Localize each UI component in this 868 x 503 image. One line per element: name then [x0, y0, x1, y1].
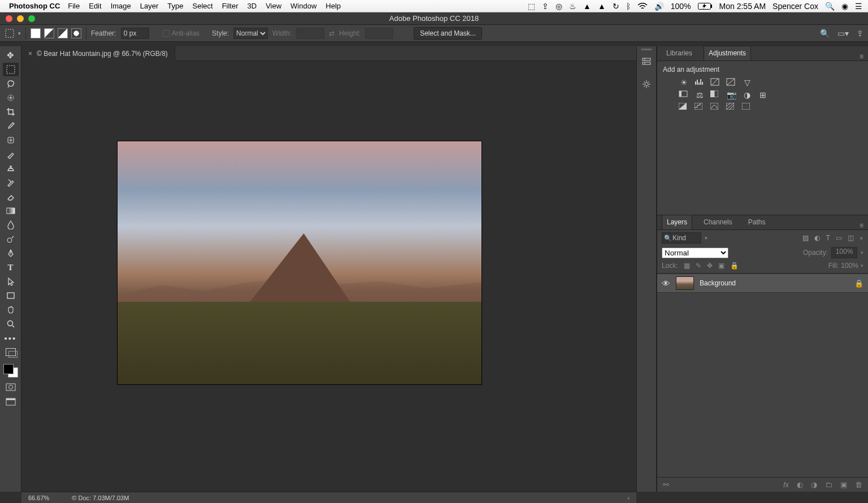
marquee-tool[interactable]: [3, 63, 19, 76]
drop-icon[interactable]: ♨: [569, 2, 576, 10]
photo-filter-icon[interactable]: 📷: [726, 90, 736, 99]
menu-window[interactable]: Window: [290, 2, 316, 10]
status-menu-icon[interactable]: ›: [627, 495, 630, 501]
quick-select-tool[interactable]: [3, 91, 19, 105]
filter-pixel-icon[interactable]: ▨: [802, 234, 809, 242]
path-select-tool[interactable]: [3, 275, 19, 288]
menu-select[interactable]: Select: [192, 2, 212, 10]
color-balance-icon[interactable]: ⚖: [695, 90, 705, 99]
new-group-icon[interactable]: 🗀: [825, 480, 832, 489]
tab-channels[interactable]: Channels: [699, 215, 737, 229]
layer-lock-icon[interactable]: 🔒: [854, 279, 863, 288]
channel-mixer-icon[interactable]: ◑: [742, 90, 752, 99]
rectangle-tool[interactable]: [3, 289, 19, 302]
screen-mode-button[interactable]: [3, 396, 19, 408]
menu-type[interactable]: Type: [167, 2, 183, 10]
select-and-mask-button[interactable]: Select and Mask...: [414, 27, 482, 40]
lock-artboard-icon[interactable]: ▣: [718, 262, 724, 270]
close-window-button[interactable]: [6, 15, 12, 22]
posterize-icon[interactable]: [695, 103, 705, 110]
zoom-level[interactable]: 66.67%: [28, 495, 49, 501]
workspace-switcher-icon[interactable]: ▭▾: [837, 29, 849, 38]
filter-smart-icon[interactable]: ◫: [848, 234, 854, 242]
tab-libraries[interactable]: Libraries: [662, 46, 697, 60]
app-name[interactable]: Photoshop CC: [9, 2, 60, 10]
layer-style-icon[interactable]: fx: [783, 480, 789, 489]
battery-icon[interactable]: [698, 3, 713, 10]
lock-position-icon[interactable]: ✥: [707, 262, 713, 270]
canvas-area[interactable]: [21, 61, 636, 492]
warning-icon[interactable]: ▲: [583, 2, 591, 10]
new-selection-button[interactable]: [31, 28, 41, 38]
spotlight-icon[interactable]: 🔍: [825, 2, 835, 10]
dodge-tool[interactable]: [3, 232, 19, 246]
gradient-map-icon[interactable]: [726, 103, 736, 110]
eraser-tool[interactable]: [3, 190, 19, 203]
battery-percent[interactable]: 100%: [671, 2, 691, 10]
minimize-window-button[interactable]: [17, 15, 24, 22]
menu-edit[interactable]: Edit: [89, 2, 101, 10]
filter-shape-icon[interactable]: ▭: [836, 234, 842, 242]
new-layer-icon[interactable]: ▣: [840, 480, 847, 489]
lasso-tool[interactable]: [3, 77, 19, 90]
crop-tool[interactable]: [3, 105, 19, 119]
eyedropper-tool[interactable]: [3, 119, 19, 133]
user-name[interactable]: Spencer Cox: [772, 2, 818, 10]
dropbox-icon[interactable]: ⬚: [528, 2, 535, 10]
search-icon[interactable]: 🔍: [820, 29, 830, 38]
intersect-selection-button[interactable]: [71, 28, 81, 38]
tab-adjustments[interactable]: Adjustments: [704, 46, 751, 60]
tool-preset-picker[interactable]: ▾: [5, 28, 21, 38]
type-tool[interactable]: T: [3, 261, 19, 274]
volume-icon[interactable]: 🔊: [654, 2, 664, 10]
layer-name[interactable]: Background: [700, 279, 736, 287]
visibility-toggle-icon[interactable]: 👁: [662, 279, 670, 288]
hue-sat-icon[interactable]: [679, 90, 689, 99]
black-white-icon[interactable]: [710, 90, 721, 99]
new-fill-adjust-icon[interactable]: ◑: [811, 480, 817, 489]
invert-icon[interactable]: [679, 103, 689, 110]
delete-layer-icon[interactable]: 🗑: [855, 480, 862, 489]
notification-center-icon[interactable]: ☰: [855, 2, 862, 10]
history-brush-tool[interactable]: [3, 176, 19, 189]
sync-icon[interactable]: ⇪: [542, 2, 549, 10]
feather-input[interactable]: [121, 28, 149, 39]
menu-file[interactable]: File: [68, 2, 80, 10]
timemachine-icon[interactable]: ↻: [613, 2, 619, 10]
filter-type-icon[interactable]: T: [826, 234, 830, 242]
gradient-tool[interactable]: [3, 204, 19, 218]
tab-layers[interactable]: Layers: [662, 215, 692, 229]
brightness-contrast-icon[interactable]: ☀: [679, 78, 689, 87]
layer-thumbnail[interactable]: [676, 276, 694, 290]
link-layers-icon[interactable]: ⚯: [663, 480, 669, 489]
edit-toolbar-button[interactable]: •••: [3, 331, 19, 345]
menu-view[interactable]: View: [266, 2, 281, 10]
history-panel-icon[interactable]: [641, 57, 652, 67]
selective-color-icon[interactable]: [742, 103, 752, 110]
panel-menu-icon[interactable]: ≡: [860, 53, 863, 60]
blend-mode-select[interactable]: Normal: [662, 248, 728, 258]
menu-3d[interactable]: 3D: [248, 2, 257, 10]
tab-paths[interactable]: Paths: [744, 215, 770, 229]
healing-brush-tool[interactable]: [3, 133, 19, 147]
brush-tool[interactable]: [3, 148, 19, 161]
opacity-value[interactable]: 100%: [831, 247, 857, 258]
fill-value[interactable]: 100%: [841, 262, 858, 270]
threshold-icon[interactable]: [710, 103, 721, 110]
menu-help[interactable]: Help: [326, 2, 341, 10]
menu-image[interactable]: Image: [111, 2, 131, 10]
triangle-icon[interactable]: ▲: [598, 2, 606, 10]
pen-tool[interactable]: [3, 246, 19, 260]
layers-panel-menu-icon[interactable]: ≡: [860, 222, 863, 229]
style-select[interactable]: Normal: [233, 28, 268, 39]
filter-toggle-icon[interactable]: ●: [860, 234, 863, 242]
close-tab-icon[interactable]: ×: [28, 50, 32, 58]
wifi-icon[interactable]: [637, 3, 648, 10]
clock[interactable]: Mon 2:55 AM: [719, 2, 766, 10]
blur-tool[interactable]: [3, 218, 19, 232]
levels-icon[interactable]: [695, 78, 705, 87]
exposure-icon[interactable]: [726, 78, 736, 87]
vibrance-icon[interactable]: ▽: [742, 78, 752, 87]
lock-image-icon[interactable]: ✎: [696, 262, 701, 270]
layer-row-background[interactable]: 👁 Background 🔒: [657, 274, 868, 293]
